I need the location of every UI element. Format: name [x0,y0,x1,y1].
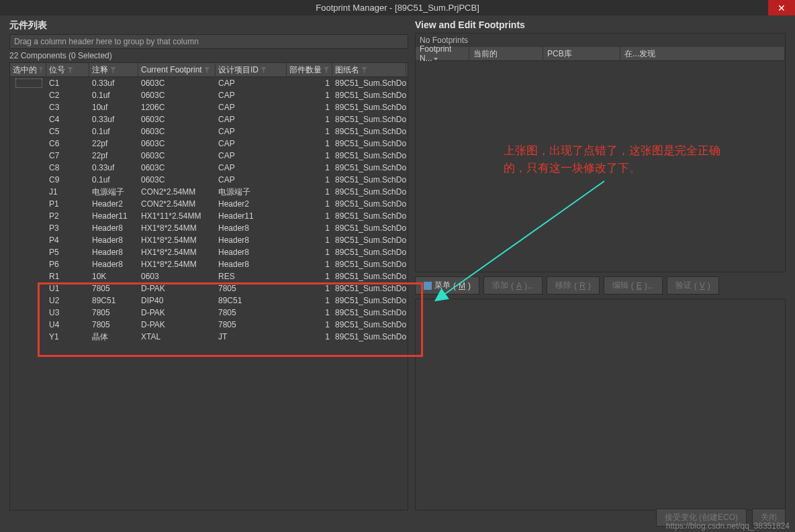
table-row[interactable]: U47805D-PAK7805189C51_Sum.SchDoc [10,319,408,331]
col-comment[interactable]: 注释 [89,63,138,77]
table-row[interactable]: C80.33uf0603CCAP189C51_Sum.SchDoc [10,162,408,174]
edit-button[interactable]: 编辑 (E)... [604,276,663,295]
table-row[interactable]: R110K0603RES189C51_Sum.SchDoc [10,270,408,282]
filter-icon[interactable] [361,67,367,73]
filter-icon[interactable] [110,67,116,73]
titlebar: Footprint Manager - [89C51_Sum.PrjPCB] ✕ [0,0,795,15]
remove-button[interactable]: 移除 (R) [547,276,600,295]
footprint-header-row: Footprint N... 当前的 PCB库 在...发现 [416,47,785,60]
table-row[interactable]: C310uf1206CCAP189C51_Sum.SchDoc [10,101,408,113]
table-row[interactable]: U17805D-PAK7805189C51_Sum.SchDoc [10,282,408,295]
no-footprints-msg: No Footprints [416,34,785,47]
validate-button[interactable]: 验证 (V) [667,276,719,295]
table-row[interactable]: U289C51DIP4089C51189C51_Sum.SchDoc [10,295,408,307]
table-row[interactable]: J1电源端子CON2*2.54MM电源端子189C51_Sum.SchDoc [10,186,408,198]
footprint-preview [415,299,786,511]
table-row[interactable]: C622pf0603CCAP189C51_Sum.SchDoc [10,138,408,150]
components-grid: 选中的 位号 注释 Current Footprint 设计项目ID 部件数量 … [9,62,408,511]
col-partcount[interactable]: 部件数量 [287,63,332,77]
footprints-grid: No Footprints Footprint N... 当前的 PCB库 在.… [415,33,786,61]
component-count-status: 22 Components (0 Selected) [9,49,408,62]
watermark: https://blog.csdn.net/qq_38351824 [666,521,790,531]
table-row[interactable]: C40.33uf0603CCAP189C51_Sum.SchDoc [10,113,408,125]
group-by-bar[interactable]: Drag a column header here to group by th… [9,34,408,49]
table-row[interactable]: P5Header8HX1*8*2.54MMHeader8189C51_Sum.S… [10,246,408,258]
menu-icon [424,282,432,290]
close-icon: ✕ [778,3,786,13]
table-row[interactable]: C722pf0603CCAP189C51_Sum.SchDoc [10,150,408,162]
col-designator[interactable]: 位号 [46,63,89,77]
col-selected[interactable]: 选中的 [10,63,46,77]
table-row[interactable]: C20.1uf0603CCAP189C51_Sum.SchDoc [10,89,408,101]
table-row[interactable]: C90.1uf0603CCAP189C51_Sum.SchDoc [10,174,408,186]
footprint-buttons: 菜单 (M) 添加 (A)... 移除 (R) 编辑 (E)... 验证 (V) [415,276,786,295]
filter-icon[interactable] [39,67,43,73]
table-row[interactable]: Y1晶体XTALJT189C51_Sum.SchDoc [10,331,408,343]
table-row[interactable]: U37805D-PAK7805189C51_Sum.SchDoc [10,307,408,319]
table-row[interactable]: P1Header2CON2*2.54MMHeader2189C51_Sum.Sc… [10,198,408,210]
chevron-down-icon[interactable] [434,58,438,60]
table-row[interactable]: P4Header8HX1*8*2.54MMHeader8189C51_Sum.S… [10,234,408,246]
grid-header-row: 选中的 位号 注释 Current Footprint 设计项目ID 部件数量 … [10,63,408,77]
col-sheet[interactable]: 图纸名 [332,63,406,77]
add-button[interactable]: 添加 (A)... [483,276,543,295]
filter-icon[interactable] [324,67,329,73]
left-section-title: 元件列表 [9,15,408,34]
table-row[interactable]: P6Header8HX1*8*2.54MMHeader8189C51_Sum.S… [10,258,408,270]
filter-icon[interactable] [261,67,267,73]
annotation-text: 上张图，出现了点错了，这张图是完全正确 的，只有这一块修改了下。 [504,142,786,177]
filter-icon[interactable] [67,67,73,73]
col-designid[interactable]: 设计项目ID [216,63,287,77]
col-footprint[interactable]: Current Footprint [138,64,216,76]
close-button[interactable]: ✕ [768,0,795,15]
table-row[interactable]: P2Header11HX1*11*2.54MMHeader11189C51_Su… [10,210,408,222]
window-title: Footprint Manager - [89C51_Sum.PrjPCB] [316,3,479,13]
table-row[interactable]: P3Header8HX1*8*2.54MMHeader8189C51_Sum.S… [10,222,408,234]
col-foundin[interactable]: 在...发现 [620,47,785,61]
filter-icon[interactable] [204,67,210,73]
menu-button[interactable]: 菜单 (M) [415,276,479,295]
col-pcblib[interactable]: PCB库 [543,47,620,61]
table-row[interactable]: C10.33uf0603CCAP189C51_Sum.SchDoc [10,77,408,89]
col-current[interactable]: 当前的 [469,47,543,61]
right-section-title: View and Edit Footprints [415,15,786,33]
table-row[interactable]: C50.1uf0603CCAP189C51_Sum.SchDoc [10,125,408,138]
